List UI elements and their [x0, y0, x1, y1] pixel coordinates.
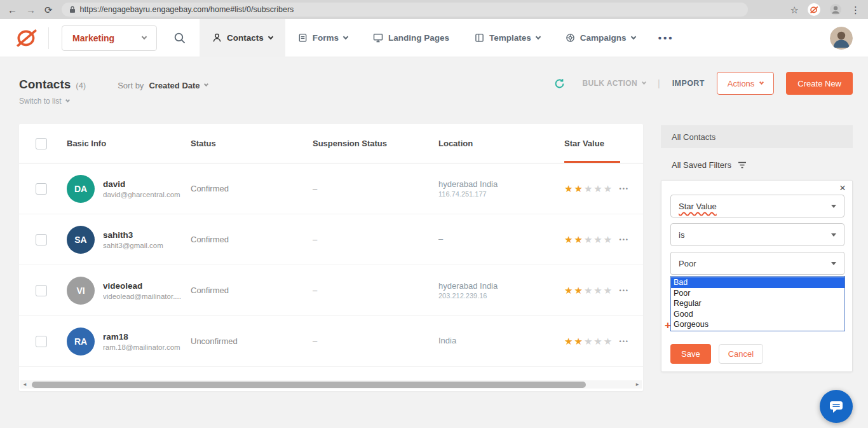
star-empty-icon[interactable]: ★ — [584, 285, 592, 296]
nav-label: Templates — [489, 33, 531, 43]
column-header-basic-info[interactable]: Basic Info — [67, 139, 191, 148]
nav-item-templates[interactable]: Templates — [462, 19, 553, 57]
nav-item-forms[interactable]: Forms — [285, 19, 360, 57]
scroll-right-icon[interactable]: ▸ — [633, 380, 642, 389]
page-title-row: Contacts (4) Sort by Created Date — [19, 78, 208, 92]
star-filled-icon[interactable]: ★ — [574, 285, 582, 296]
actions-label: Actions — [728, 79, 755, 88]
cancel-button[interactable]: Cancel — [719, 344, 763, 364]
nav-more-button[interactable]: ••• — [658, 32, 674, 43]
browser-back-icon[interactable]: ← — [8, 5, 17, 15]
star-filled-icon[interactable]: ★ — [564, 234, 573, 245]
column-header-suspension-status[interactable]: Suspension Status — [313, 139, 438, 148]
table-row: DA david david@gharcentral.com Confirmed… — [19, 163, 643, 214]
star-empty-icon[interactable]: ★ — [604, 234, 612, 245]
star-filled-icon[interactable]: ★ — [564, 336, 573, 347]
browser-forward-icon[interactable]: → — [26, 5, 36, 15]
bulk-action-dropdown[interactable]: BULK ACTION — [582, 79, 646, 88]
contact-email: videolead@mailinator.... — [103, 293, 181, 300]
column-header-location[interactable]: Location — [438, 139, 564, 148]
actions-button[interactable]: Actions — [717, 72, 775, 95]
star-empty-icon[interactable]: ★ — [604, 336, 612, 347]
star-empty-icon[interactable]: ★ — [604, 285, 612, 296]
nav-item-campaigns[interactable]: Campaigns — [553, 19, 648, 57]
row-checkbox[interactable] — [36, 234, 47, 245]
all-contacts-item[interactable]: All Contacts — [661, 125, 853, 148]
contact-name[interactable]: david — [103, 179, 180, 189]
row-checkbox[interactable] — [36, 285, 47, 296]
star-empty-icon[interactable]: ★ — [593, 285, 602, 296]
filter-field-value: Star Value — [679, 202, 717, 211]
browser-profile-icon[interactable] — [829, 3, 842, 16]
create-new-button[interactable]: Create New — [786, 72, 853, 95]
dropdown-option-bad[interactable]: Bad — [671, 277, 844, 288]
browser-reload-icon[interactable]: ⟳ — [44, 5, 53, 15]
row-checkbox[interactable] — [36, 183, 47, 195]
save-button[interactable]: Save — [670, 344, 711, 364]
bookmark-star-icon[interactable]: ☆ — [790, 5, 799, 15]
select-all-checkbox[interactable] — [36, 138, 47, 149]
chevron-down-icon — [536, 34, 541, 39]
module-selector[interactable]: Marketing — [62, 25, 157, 51]
dropdown-option-good[interactable]: Good — [671, 309, 844, 320]
scroll-left-icon[interactable]: ◂ — [20, 380, 29, 389]
star-empty-icon[interactable]: ★ — [593, 234, 602, 245]
campaigns-icon — [566, 33, 575, 43]
star-filled-icon[interactable]: ★ — [564, 285, 573, 296]
filter-value-select[interactable]: Poor — [670, 252, 844, 275]
star-empty-icon[interactable]: ★ — [584, 336, 592, 347]
select-arrow-icon — [831, 205, 836, 208]
star-filled-icon[interactable]: ★ — [574, 183, 582, 195]
search-icon[interactable] — [173, 32, 186, 44]
contacts-table: Basic Info Status Suspension Status Loca… — [19, 124, 643, 391]
dropdown-option-poor[interactable]: Poor — [671, 288, 844, 299]
horizontal-scrollbar[interactable]: ◂ ▸ — [20, 380, 642, 389]
close-icon[interactable]: × — [839, 183, 846, 193]
row-menu-button[interactable]: ••• — [620, 287, 629, 294]
filter-panel: All Contacts All Saved Filters × Star Va… — [661, 125, 853, 373]
contact-name[interactable]: sahith3 — [103, 230, 163, 240]
refresh-icon[interactable] — [554, 78, 565, 89]
star-empty-icon[interactable]: ★ — [604, 183, 612, 195]
url-text: https://engagebayru.engagebay.com/home#l… — [80, 5, 294, 14]
extension-badge-icon[interactable] — [808, 3, 820, 16]
star-empty-icon[interactable]: ★ — [584, 183, 592, 195]
row-menu-button[interactable]: ••• — [620, 338, 629, 345]
all-saved-filters-item[interactable]: All Saved Filters — [661, 153, 853, 176]
import-button[interactable]: IMPORT — [672, 79, 705, 88]
nav-label: Campaigns — [580, 33, 627, 43]
contact-name[interactable]: videolead — [103, 281, 181, 291]
user-avatar[interactable] — [830, 27, 853, 50]
star-empty-icon[interactable]: ★ — [584, 234, 592, 245]
star-empty-icon[interactable]: ★ — [593, 336, 602, 347]
scrollbar-thumb[interactable] — [32, 382, 586, 388]
landing-pages-icon — [373, 33, 383, 43]
row-menu-button[interactable]: ••• — [620, 237, 629, 243]
nav-item-contacts[interactable]: Contacts — [200, 19, 285, 57]
address-bar[interactable]: https://engagebayru.engagebay.com/home#l… — [62, 3, 748, 17]
filter-field-select[interactable]: Star Value — [670, 195, 844, 217]
filter-operator-value: is — [679, 230, 684, 240]
contact-name[interactable]: ram18 — [103, 332, 180, 342]
filter-value-value: Poor — [679, 259, 696, 268]
row-menu-button[interactable]: ••• — [620, 186, 629, 192]
star-filled-icon[interactable]: ★ — [574, 234, 582, 245]
dropdown-option-gorgeous[interactable]: Gorgeous — [671, 319, 844, 330]
column-header-status[interactable]: Status — [191, 139, 313, 148]
star-filled-icon[interactable]: ★ — [564, 183, 573, 195]
dropdown-option-regular[interactable]: Regular — [671, 298, 844, 309]
row-checkbox[interactable] — [36, 336, 47, 347]
value-dropdown-list: BadPoorRegularGoodGorgeous — [670, 276, 845, 331]
select-arrow-icon — [831, 233, 836, 237]
switch-to-list-dropdown[interactable]: Switch to list — [19, 97, 69, 106]
nav-item-landing-pages[interactable]: Landing Pages — [360, 19, 462, 57]
filter-operator-select[interactable]: is — [670, 223, 844, 246]
sort-by-dropdown[interactable]: Created Date — [149, 81, 207, 90]
column-header-star-value[interactable]: Star Value — [564, 139, 604, 148]
browser-menu-icon[interactable]: ⋮ — [851, 5, 860, 15]
star-empty-icon[interactable]: ★ — [593, 183, 602, 195]
chevron-down-icon — [268, 34, 273, 39]
engagebay-logo[interactable] — [15, 28, 38, 48]
star-filled-icon[interactable]: ★ — [574, 336, 582, 347]
chat-widget-button[interactable] — [820, 390, 853, 423]
